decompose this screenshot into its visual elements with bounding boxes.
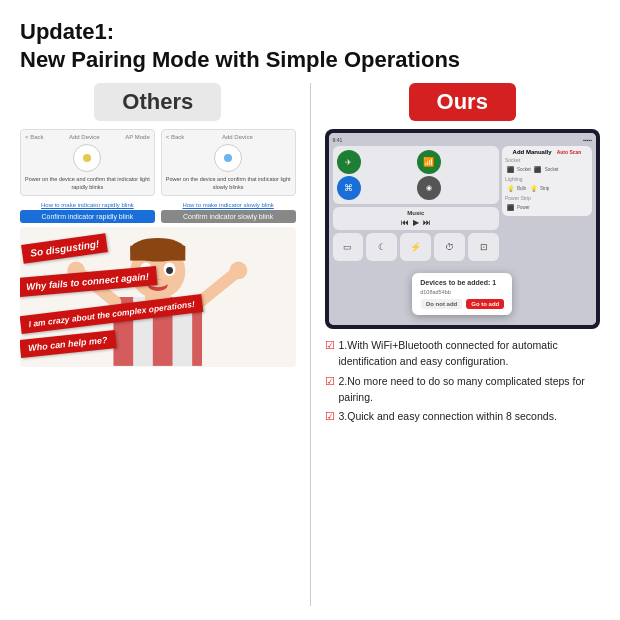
media-player: Music ⏮ ▶ ⏭ bbox=[333, 207, 500, 230]
svg-point-11 bbox=[166, 267, 173, 274]
wifi-btn[interactable]: 📶 bbox=[417, 150, 441, 174]
prev-btn[interactable]: ⏮ bbox=[401, 218, 409, 227]
blink-group-2: How to make indicator slowly blink Confi… bbox=[161, 202, 296, 223]
screen2-title: Add Device bbox=[222, 134, 253, 140]
cellular-btn[interactable]: ◉ bbox=[417, 176, 441, 200]
svg-rect-7 bbox=[130, 246, 185, 261]
do-not-add-btn[interactable]: Do not add bbox=[421, 299, 462, 309]
devices-dialog-buttons: Do not add Go to add bbox=[420, 299, 504, 309]
screen2-caption: Power on the device and confirm that ind… bbox=[166, 176, 291, 191]
play-btn[interactable]: ▶ bbox=[413, 218, 419, 227]
add-manually-label: Add Manually bbox=[513, 149, 552, 155]
feature-text-3: 3.Quick and easy connection within 8 sec… bbox=[339, 408, 557, 424]
feature-list: ☑ 1.With WiFi+Bluetooth connected for au… bbox=[325, 337, 601, 428]
feature-text-1: 1.With WiFi+Bluetooth connected for auto… bbox=[339, 337, 601, 370]
screen-mirror-btn[interactable]: ▭ bbox=[333, 233, 364, 261]
sidebar-item-socket: ⬛ Socket ⬛ Socket bbox=[505, 164, 589, 174]
screen2-dot bbox=[224, 154, 232, 162]
svg-point-17 bbox=[230, 262, 248, 280]
right-panel: Ours 9:41 ▪▪▪▪▪ ✈ 📶 bbox=[325, 83, 601, 606]
blink-buttons: How to make indicator rapidly blink Conf… bbox=[20, 202, 296, 223]
flashlight-btn[interactable]: ⚡ bbox=[400, 233, 431, 261]
cc-icons-row: ▭ ☾ ⚡ ⏱ ⊡ bbox=[333, 233, 500, 261]
page: Update1: New Pairing Mode with Simple Op… bbox=[0, 0, 620, 620]
main-content: Others < Back Add Device AP Mode Power o… bbox=[20, 83, 600, 606]
screen1-back: < Back bbox=[25, 134, 44, 140]
check-icon-2: ☑ bbox=[325, 373, 335, 390]
cc-top-bar: 9:41 ▪▪▪▪▪ bbox=[333, 137, 593, 143]
left-panel: Others < Back Add Device AP Mode Power o… bbox=[20, 83, 296, 606]
screen2-circle bbox=[214, 144, 242, 172]
feature-1: ☑ 1.With WiFi+Bluetooth connected for au… bbox=[325, 337, 601, 370]
phone-mockup: 9:41 ▪▪▪▪▪ ✈ 📶 ⌘ ◉ bbox=[325, 129, 601, 329]
next-btn[interactable]: ⏭ bbox=[423, 218, 431, 227]
check-icon-3: ☑ bbox=[325, 408, 335, 425]
media-controls: ⏮ ▶ ⏭ bbox=[336, 218, 497, 227]
title-line1: Update1: bbox=[20, 19, 114, 44]
blink-link-2[interactable]: How to make indicator slowly blink bbox=[182, 202, 273, 208]
svg-line-15 bbox=[200, 273, 236, 303]
sidebar-title: Add Manually Auto Scan bbox=[505, 149, 589, 155]
right-column: Add Manually Auto Scan Socket ⬛ Socket ⬛ bbox=[502, 146, 592, 321]
screen1-caption: Power on the device and confirm that ind… bbox=[25, 176, 150, 191]
header: Update1: New Pairing Mode with Simple Op… bbox=[20, 18, 600, 73]
go-to-add-btn[interactable]: Go to add bbox=[466, 299, 504, 309]
timer-btn[interactable]: ⏱ bbox=[434, 233, 465, 261]
title-line2: New Pairing Mode with Simple Operations bbox=[20, 47, 460, 72]
device-id: d108ad54bb bbox=[420, 289, 504, 295]
camera-btn[interactable]: ⊡ bbox=[468, 233, 499, 261]
sidebar-item-lighting: 💡 Bulb 💡 Strip bbox=[505, 183, 589, 193]
devices-dialog-title: Devices to be added: 1 bbox=[420, 279, 504, 286]
blink-link-1[interactable]: How to make indicator rapidly blink bbox=[41, 202, 134, 208]
blink-btn-1[interactable]: Confirm indicator rapidly blink bbox=[20, 210, 155, 223]
screen1-dot bbox=[83, 154, 91, 162]
media-title: Music bbox=[336, 210, 497, 216]
feature-2: ☑ 2.No more need to do so many complicat… bbox=[325, 373, 601, 406]
others-screens: < Back Add Device AP Mode Power on the d… bbox=[20, 129, 296, 196]
devices-dialog: Devices to be added: 1 d108ad54bb Do not… bbox=[412, 273, 512, 315]
page-title: Update1: New Pairing Mode with Simple Op… bbox=[20, 18, 600, 73]
bluetooth-btn[interactable]: ⌘ bbox=[337, 176, 361, 200]
screen-mock-2: < Back Add Device Power on the device an… bbox=[161, 129, 296, 196]
control-center: 9:41 ▪▪▪▪▪ ✈ 📶 ⌘ ◉ bbox=[329, 133, 597, 325]
label-ours: Ours bbox=[409, 83, 516, 121]
feature-text-2: 2.No more need to do so many complicated… bbox=[339, 373, 601, 406]
connectivity-grid: ✈ 📶 ⌘ ◉ bbox=[333, 146, 500, 204]
sidebar-item-power: ⬛ Power bbox=[505, 202, 589, 212]
screen-mock-1: < Back Add Device AP Mode Power on the d… bbox=[20, 129, 155, 196]
auto-scan-label[interactable]: Auto Scan bbox=[557, 149, 582, 155]
divider bbox=[310, 83, 311, 606]
blink-btn-2[interactable]: Confirm indicator slowly blink bbox=[161, 210, 296, 223]
blink-group-1: How to make indicator rapidly blink Conf… bbox=[20, 202, 155, 223]
device-sidebar: Add Manually Auto Scan Socket ⬛ Socket ⬛ bbox=[502, 146, 592, 216]
feature-3: ☑ 3.Quick and easy connection within 8 s… bbox=[325, 408, 601, 425]
screen1-title: Add Device bbox=[69, 134, 100, 140]
frustrated-person-area: So disgusting! Why fails to connect agai… bbox=[20, 227, 296, 367]
screen2-back: < Back bbox=[166, 134, 185, 140]
phone-inner: 9:41 ▪▪▪▪▪ ✈ 📶 ⌘ ◉ bbox=[329, 133, 597, 325]
label-others: Others bbox=[94, 83, 221, 121]
screen1-mode: AP Mode bbox=[125, 134, 150, 140]
dnd-btn[interactable]: ☾ bbox=[366, 233, 397, 261]
screen1-circle bbox=[73, 144, 101, 172]
airplane-btn[interactable]: ✈ bbox=[337, 150, 361, 174]
check-icon-1: ☑ bbox=[325, 337, 335, 354]
